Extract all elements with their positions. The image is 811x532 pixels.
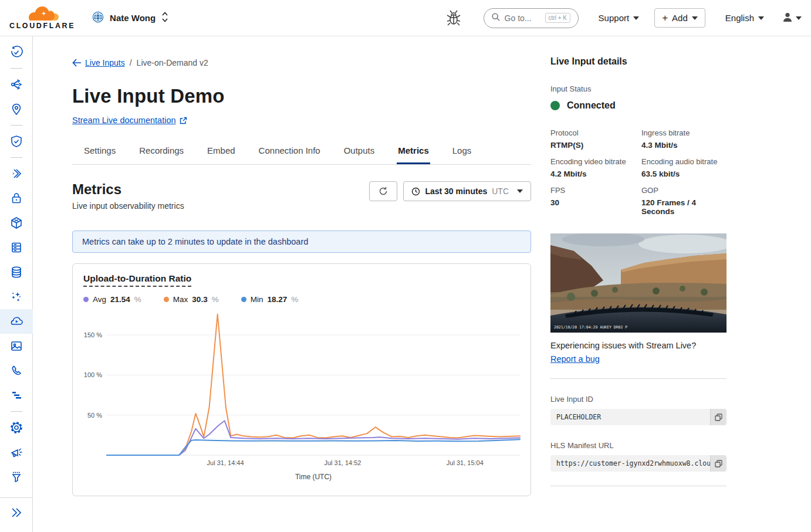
legend-dot-avg <box>83 297 89 302</box>
search-input[interactable] <box>505 13 541 23</box>
info-banner: Metrics can take up to 2 minutes to upda… <box>72 231 531 253</box>
legend-unit: % <box>212 295 219 304</box>
panel-divider <box>550 486 726 486</box>
documentation-link-label: Stream Live documentation <box>72 116 176 125</box>
user-avatar-icon <box>782 11 793 25</box>
live-input-details-panel: Live Input details Input Status Connecte… <box>550 36 726 486</box>
phone-icon[interactable] <box>0 358 33 383</box>
chart-card: Upload-to-Duration Ratio Avg 21.54 % Max… <box>72 263 531 496</box>
refresh-button[interactable] <box>369 181 397 201</box>
detail-audio-bitrate: Encoding audio bitrate 63.5 kbit/s <box>641 157 726 178</box>
caret-down-icon <box>758 16 764 20</box>
legend-name: Avg <box>93 295 106 304</box>
cube-icon[interactable] <box>0 211 33 235</box>
chart-legend: Avg 21.54 % Max 30.3 % Min 18.27 % <box>83 295 523 304</box>
report-bug-link[interactable]: Report a bug <box>550 354 600 364</box>
ai-sparkles-icon[interactable] <box>0 284 33 309</box>
hls-manifest-url-value[interactable]: https://customer-igynxd2rwhmuoxw8.cloudf <box>550 455 710 472</box>
hls-manifest-url-label: HLS Manifest URL <box>550 441 726 450</box>
svg-text:Jul 31, 14:52: Jul 31, 14:52 <box>324 459 361 466</box>
live-input-id-value[interactable]: PLACEHOLDER <box>550 409 710 425</box>
legend-unit: % <box>134 295 141 304</box>
sort-chevrons-icon <box>161 11 169 26</box>
legend-dot-max <box>164 297 169 302</box>
support-menu[interactable]: Support <box>599 13 640 23</box>
breadcrumb-back-link[interactable]: Live Inputs <box>72 58 125 67</box>
copy-button[interactable] <box>710 409 726 425</box>
tab-recordings[interactable]: Recordings <box>138 141 185 164</box>
stream-cloud-play-icon[interactable] <box>0 309 33 334</box>
panel-divider <box>550 378 726 379</box>
svg-text:Jul 31, 15:04: Jul 31, 15:04 <box>447 459 484 466</box>
language-menu[interactable]: English <box>725 13 764 23</box>
server-rack-icon[interactable] <box>0 235 33 260</box>
tab-connection-info[interactable]: Connection Info <box>258 141 322 164</box>
database-icon[interactable] <box>0 260 33 284</box>
time-range-dropdown[interactable]: Last 30 minutes UTC <box>403 181 531 201</box>
refresh-icon <box>379 187 388 196</box>
input-status-row: Connected <box>550 100 726 111</box>
issues-text: Experiencing issues with Stream Live? <box>550 341 726 350</box>
breadcrumb-back-label: Live Inputs <box>85 58 125 67</box>
page-title: Live Input Demo <box>72 85 531 107</box>
stacked-bars-icon[interactable] <box>0 383 33 408</box>
location-pin-icon[interactable] <box>0 97 33 121</box>
tab-outputs[interactable]: Outputs <box>343 141 376 164</box>
language-label: English <box>725 13 754 23</box>
detail-ingress-bitrate: Ingress bitrate 4.3 Mbit/s <box>641 128 726 150</box>
legend-name: Min <box>251 295 263 304</box>
live-input-id-label: Live Input ID <box>550 395 726 404</box>
megaphone-icon[interactable] <box>0 440 33 465</box>
svg-text:100 %: 100 % <box>84 371 102 378</box>
clock-icon <box>411 187 420 196</box>
global-search[interactable]: ctrl + K <box>484 8 579 28</box>
info-banner-text: Metrics can take up to 2 minutes to upda… <box>82 237 308 246</box>
detail-label: Encoding video bitrate <box>550 157 641 166</box>
traffic-icon[interactable] <box>0 72 33 97</box>
cloudflare-logo[interactable]: CLOUDFLARE <box>9 6 75 30</box>
detail-label: GOP <box>641 186 726 195</box>
brand-wordmark: CLOUDFLARE <box>9 22 75 30</box>
security-shield-icon[interactable] <box>0 129 33 154</box>
detail-label: FPS <box>550 186 641 195</box>
copy-button[interactable] <box>710 455 726 472</box>
svg-text:50 %: 50 % <box>87 412 102 419</box>
account-name: Nate Wong <box>110 13 156 23</box>
detail-fps: FPS 30 <box>550 186 641 216</box>
metrics-subheading: Live input observability metrics <box>72 201 184 211</box>
icon-sidebar <box>0 36 33 532</box>
line-chart: 50 %100 %150 %Jul 31, 14:44Jul 31, 14:52… <box>80 306 523 484</box>
gear-icon[interactable] <box>0 415 33 440</box>
tab-logs[interactable]: Logs <box>451 141 473 164</box>
tab-metrics[interactable]: Metrics <box>397 141 430 164</box>
time-range-zone: UTC <box>492 187 509 196</box>
live-preview-video[interactable]: 2021/10/20 17:04:29 AUKEY DR02 P <box>550 233 726 333</box>
collapse-chevrons-icon[interactable] <box>9 506 24 521</box>
copy-icon <box>715 414 722 421</box>
detail-protocol: Protocol RTMP(S) <box>550 128 641 150</box>
detail-value: 120 Frames / 4 Seconds <box>641 198 726 216</box>
debug-bug-icon[interactable] <box>446 9 461 27</box>
svg-text:Time (UTC): Time (UTC) <box>295 473 332 481</box>
legend-item-max: Max 30.3 % <box>164 295 219 304</box>
breadcrumb-separator: / <box>130 58 132 67</box>
funnel-icon[interactable] <box>0 465 33 489</box>
lock-icon[interactable] <box>0 186 33 211</box>
account-switcher[interactable]: Nate Wong <box>92 11 169 26</box>
sidebar-divider <box>11 157 22 158</box>
legend-item-min: Min 18.27 % <box>241 295 299 304</box>
user-menu[interactable] <box>782 11 802 25</box>
top-header: CLOUDFLARE Nate Wong <box>0 0 811 36</box>
detail-gop: GOP 120 Frames / 4 Seconds <box>641 186 726 216</box>
layers-bolt-icon[interactable] <box>0 161 33 186</box>
svg-text:Jul 31, 14:44: Jul 31, 14:44 <box>207 459 244 466</box>
legend-dot-min <box>241 297 246 302</box>
images-icon[interactable] <box>0 334 33 358</box>
tab-settings[interactable]: Settings <box>83 141 117 164</box>
tab-embed[interactable]: Embed <box>206 141 236 164</box>
time-check-icon[interactable] <box>0 40 33 65</box>
copy-icon <box>715 460 722 467</box>
sidebar-divider <box>11 411 22 412</box>
documentation-link[interactable]: Stream Live documentation <box>72 116 187 125</box>
add-menu-button[interactable]: + Add <box>654 8 705 28</box>
